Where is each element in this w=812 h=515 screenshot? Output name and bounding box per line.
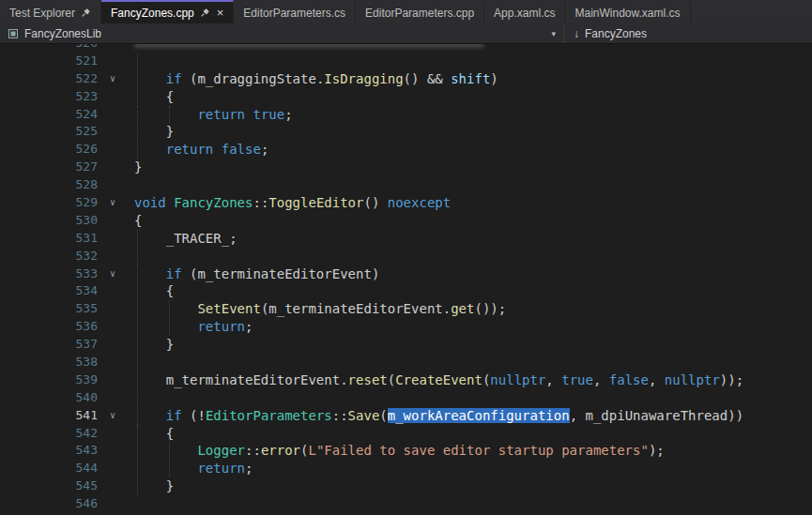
pin-icon[interactable] [200, 8, 210, 18]
code-text[interactable] [128, 354, 812, 371]
code-text[interactable]: _TRACER_; [128, 230, 812, 248]
project-dropdown-label: FancyZonesLib [24, 27, 101, 40]
line-number: 541 [0, 407, 98, 425]
code-text[interactable]: m_terminateEditorEvent.reset(CreateEvent… [128, 371, 812, 389]
code-line: 526 return false; [0, 141, 812, 159]
line-number: 526 [0, 141, 98, 159]
code-text[interactable]: void FancyZones::ToggleEditor() noexcept [128, 194, 812, 212]
indent-guide [137, 442, 138, 460]
code-text[interactable]: } [128, 336, 812, 354]
line-number: 525 [0, 123, 98, 141]
line-number: 543 [0, 442, 98, 460]
indent-guide [137, 477, 138, 495]
tab-fancyzones-cpp[interactable]: FancyZones.cpp× [101, 0, 234, 23]
indent-guide [137, 460, 138, 477]
code-lines: 520521522∨ if (m_draggingState.IsDraggin… [0, 44, 812, 513]
code-editor[interactable]: 520521522∨ if (m_draggingState.IsDraggin… [0, 44, 812, 515]
line-number: 534 [0, 282, 98, 300]
tab-editorparameters-cpp[interactable]: EditorParameters.cpp [356, 0, 484, 23]
code-text[interactable] [128, 53, 812, 70]
code-text[interactable]: if (!EditorParameters::Save(m_workAreaCo… [128, 407, 812, 425]
fold-margin [98, 460, 128, 477]
code-text[interactable] [128, 389, 812, 407]
code-line: 521 [0, 53, 812, 70]
indent-guide [137, 407, 138, 425]
code-text[interactable] [128, 495, 812, 513]
arrow-down-icon: ↓ [574, 27, 579, 40]
code-text[interactable]: SetEvent(m_terminateEditorEvent.get()); [128, 300, 812, 318]
fold-margin [98, 300, 128, 318]
code-text[interactable]: return; [128, 460, 812, 477]
tab-test-explorer[interactable]: Test Explorer [0, 0, 101, 23]
code-line: 532 [0, 248, 812, 265]
code-text[interactable]: if (m_draggingState.IsDragging() && shif… [128, 70, 812, 88]
code-text[interactable]: return; [128, 318, 812, 336]
tab-label: MainWindow.xaml.cs [575, 7, 680, 20]
code-line: 537 } [0, 336, 812, 354]
line-number: 533 [0, 265, 98, 283]
fold-chevron-icon[interactable]: ∨ [98, 265, 128, 283]
line-number: 545 [0, 477, 98, 495]
code-text[interactable]: } [128, 159, 812, 176]
indent-guide [137, 53, 138, 70]
code-line: 539 m_terminateEditorEvent.reset(CreateE… [0, 371, 812, 389]
fold-margin [98, 176, 128, 194]
line-number: 528 [0, 176, 98, 194]
project-icon [8, 28, 19, 39]
pin-icon[interactable] [81, 8, 91, 18]
close-icon[interactable]: × [217, 7, 224, 19]
tab-label: EditorParameters.cs [243, 7, 345, 20]
code-line: 527} [0, 159, 812, 176]
navigation-bar: FancyZonesLib ▾ ↓ FancyZones [0, 23, 812, 44]
tab-mainwindow-xaml-cs[interactable]: MainWindow.xaml.cs [565, 0, 690, 23]
code-text[interactable]: } [128, 123, 812, 141]
code-line: 543 Logger::error(L"Failed to save edito… [0, 442, 812, 460]
line-number: 524 [0, 106, 98, 124]
code-text[interactable]: { [128, 88, 812, 106]
indent-guide [137, 248, 138, 265]
code-text[interactable]: return false; [128, 141, 812, 159]
line-number: 531 [0, 230, 98, 248]
line-number: 521 [0, 53, 98, 70]
code-text[interactable]: } [128, 477, 812, 495]
indent-guide [137, 425, 138, 443]
line-number: 532 [0, 248, 98, 265]
code-text[interactable] [128, 176, 812, 194]
indent-guide [137, 318, 138, 336]
code-text[interactable]: { [128, 212, 812, 230]
line-number: 538 [0, 354, 98, 371]
code-text[interactable]: return true; [128, 106, 812, 124]
line-number: 540 [0, 389, 98, 407]
project-dropdown[interactable]: FancyZonesLib ▾ [0, 23, 563, 43]
indent-guide [137, 265, 138, 283]
code-line: 524 return true; [0, 106, 812, 124]
code-text[interactable]: { [128, 425, 812, 443]
fold-margin [98, 354, 128, 371]
line-number: 536 [0, 318, 98, 336]
fold-margin [98, 88, 128, 106]
code-text[interactable] [128, 248, 812, 265]
line-number: 537 [0, 336, 98, 354]
fold-chevron-icon[interactable]: ∨ [98, 70, 128, 88]
tab-editorparameters-cs[interactable]: EditorParameters.cs [234, 0, 356, 23]
fold-margin [98, 141, 128, 159]
fold-chevron-icon[interactable]: ∨ [98, 194, 128, 212]
obscured-code [134, 44, 483, 48]
code-text[interactable]: { [128, 282, 812, 300]
line-number: 523 [0, 88, 98, 106]
code-text[interactable]: if (m_terminateEditorEvent) [128, 265, 812, 283]
fold-margin [98, 495, 128, 513]
fold-margin [98, 425, 128, 443]
code-line: 534 { [0, 282, 812, 300]
code-text[interactable] [128, 44, 812, 53]
tab-app-xaml-cs[interactable]: App.xaml.cs [484, 0, 565, 23]
code-text[interactable]: Logger::error(L"Failed to save editor st… [128, 442, 812, 460]
indent-guide [137, 88, 138, 106]
indent-guide [137, 70, 138, 88]
code-line: 533∨ if (m_terminateEditorEvent) [0, 265, 812, 283]
code-line: 520 [0, 44, 812, 53]
indent-guide [137, 282, 138, 300]
symbol-dropdown[interactable]: ↓ FancyZones [563, 23, 812, 43]
indent-guide [169, 300, 170, 318]
fold-chevron-icon[interactable]: ∨ [98, 407, 128, 425]
